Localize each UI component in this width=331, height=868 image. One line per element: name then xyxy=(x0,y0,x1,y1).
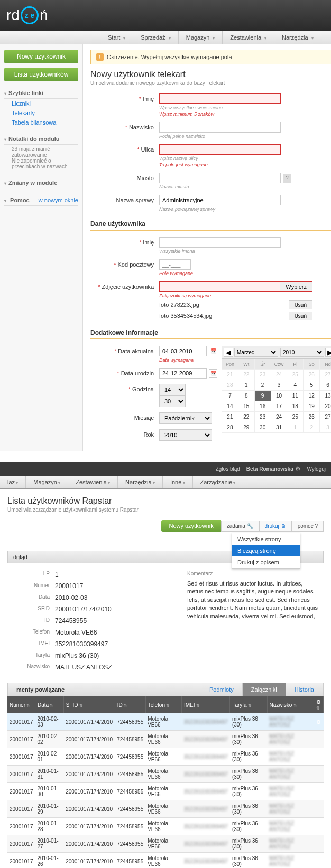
sidebar-link[interactable]: Telekarty xyxy=(4,108,78,118)
cal-day[interactable]: 23 xyxy=(255,412,271,422)
file-input[interactable]: Wybierz xyxy=(159,281,312,292)
cal-day[interactable]: 21 xyxy=(222,370,238,380)
cal-day[interactable]: 31 xyxy=(271,422,288,433)
logout-link[interactable]: Wyloguj xyxy=(307,466,326,472)
hour-select[interactable]: 14 xyxy=(159,384,186,395)
row-gear[interactable] xyxy=(314,731,324,748)
cal-day[interactable]: 21 xyxy=(222,412,238,422)
quick-links-header[interactable]: Szybkie linki xyxy=(4,88,78,99)
help-icon[interactable]: ? xyxy=(283,174,291,183)
nav-item[interactable]: Start xyxy=(100,31,133,44)
tab-historia[interactable]: Historia xyxy=(286,683,323,696)
zip-input[interactable] xyxy=(159,259,191,270)
nav-item[interactable]: Zestawienia xyxy=(68,476,118,488)
cal-day[interactable]: 25 xyxy=(287,412,304,422)
table-row[interactable]: 200010172010-02-0220001017/174/201072445… xyxy=(7,731,324,748)
new-user-button-2[interactable]: Nowy użytkownik xyxy=(161,520,220,532)
row-gear[interactable] xyxy=(314,748,324,766)
cal-day[interactable]: 18 xyxy=(287,401,304,412)
calendar-icon[interactable]: 📅 xyxy=(209,369,217,378)
cal-day[interactable]: 28 xyxy=(222,380,238,391)
cal-day[interactable]: 23 xyxy=(255,370,271,380)
cal-day[interactable]: 2 xyxy=(304,422,320,433)
cal-day[interactable]: 22 xyxy=(238,412,255,422)
lname-input[interactable] xyxy=(159,122,281,133)
cal-day[interactable]: 26 xyxy=(304,370,320,380)
cal-day[interactable]: 27 xyxy=(320,370,331,380)
cal-day[interactable]: 25 xyxy=(287,370,304,380)
tab-podmioty[interactable]: Podmioty xyxy=(201,683,243,696)
cal-day[interactable]: 30 xyxy=(255,422,271,433)
user-list-button[interactable]: Lista użytkowników xyxy=(4,68,78,81)
cal-day[interactable]: 12 xyxy=(304,391,320,401)
cal-day[interactable]: 5 xyxy=(304,380,320,391)
fname-input[interactable] xyxy=(159,93,281,104)
changes-header[interactable]: Zmiany w module xyxy=(4,177,78,188)
new-user-button[interactable]: Nowy użytkownik xyxy=(4,50,78,63)
table-row[interactable]: 200010172010-01-2820001017/174/201072445… xyxy=(7,818,324,835)
cal-next-button[interactable]: ▶ xyxy=(325,348,331,357)
cal-day[interactable]: 20 xyxy=(320,401,331,412)
nav-item[interactable]: Narzędzia xyxy=(118,476,163,488)
cal-day[interactable]: 11 xyxy=(287,391,304,401)
row-gear[interactable] xyxy=(314,766,324,783)
row-gear[interactable] xyxy=(314,835,324,853)
help-link[interactable]: w nowym oknie xyxy=(39,197,78,203)
file-remove-button[interactable]: Usuń xyxy=(289,300,312,309)
date-curr-input[interactable] xyxy=(159,346,207,356)
table-row[interactable]: 200010172010-01-2920001017/174/201072445… xyxy=(7,800,324,818)
cal-day[interactable]: 17 xyxy=(271,401,288,412)
col-header[interactable]: IMEI xyxy=(182,696,230,713)
table-row[interactable]: 200010172010-01-2720001017/174/201072445… xyxy=(7,835,324,853)
table-row[interactable]: 200010172010-01-2620001017/174/201072445… xyxy=(7,853,324,869)
nav-item[interactable]: Zestawienia xyxy=(223,31,274,44)
dd-desc[interactable]: Drukuj z opisem xyxy=(232,556,300,568)
col-header[interactable]: ID xyxy=(115,696,145,713)
gear-icon[interactable]: ⚙ xyxy=(314,696,324,713)
calendar-icon[interactable]: 📅 xyxy=(209,347,217,355)
help-header[interactable]: Pomoc w nowym oknie xyxy=(4,195,78,206)
cal-day[interactable]: 29 xyxy=(238,422,255,433)
cal-day[interactable]: 13 xyxy=(320,391,331,401)
cal-day[interactable]: 28 xyxy=(222,422,238,433)
cal-day[interactable]: 9 xyxy=(255,391,271,401)
col-header[interactable]: SFID xyxy=(63,696,115,713)
sidebar-link[interactable]: Tabela bilansowa xyxy=(4,118,78,127)
cal-day[interactable]: 4 xyxy=(287,380,304,391)
cal-day[interactable]: 19 xyxy=(304,401,320,412)
case-input[interactable] xyxy=(159,195,281,205)
cal-day[interactable]: 14 xyxy=(222,401,238,412)
cal-day[interactable]: 27 xyxy=(320,412,331,422)
table-row[interactable]: 200010172010-01-3020001017/174/201072445… xyxy=(7,783,324,800)
col-header[interactable]: Taryfa xyxy=(230,696,267,713)
cal-day[interactable]: 3 xyxy=(320,422,331,433)
cal-month-select[interactable]: Marzec xyxy=(234,348,278,357)
col-header[interactable]: Numer xyxy=(7,696,35,713)
col-header[interactable]: Telefon xyxy=(145,696,181,713)
nav-item[interactable]: laż xyxy=(0,476,26,488)
cal-day[interactable]: 6 xyxy=(320,380,331,391)
print-tab[interactable]: drukuj 🗎 xyxy=(259,521,292,532)
month-select[interactable]: Październik xyxy=(159,412,212,424)
dd-current[interactable]: Bieżącą stronę xyxy=(232,545,300,556)
cal-day[interactable]: 15 xyxy=(238,401,255,412)
table-row[interactable]: 200010172010-02-0120001017/174/201072445… xyxy=(7,748,324,766)
cal-day[interactable]: 24 xyxy=(271,370,288,380)
table-row[interactable]: 200010172010-01-3120001017/174/201072445… xyxy=(7,766,324,783)
nav-item[interactable]: Magazyn xyxy=(26,476,68,488)
cal-day[interactable]: 7 xyxy=(222,391,238,401)
help-tab[interactable]: pomoc ? xyxy=(292,521,324,532)
cal-day[interactable]: 1 xyxy=(238,380,255,391)
date-birth-input[interactable] xyxy=(159,368,207,379)
dd-all[interactable]: Wszystkie strony xyxy=(232,533,300,545)
cal-day[interactable]: 3 xyxy=(271,380,288,391)
col-header[interactable]: Nazwisko xyxy=(267,696,314,713)
nav-item[interactable]: Inne xyxy=(163,476,193,488)
table-row[interactable]: 200010172010-02-0320001017/174/201072445… xyxy=(7,713,324,731)
row-gear[interactable] xyxy=(314,818,324,835)
col-header[interactable]: Data xyxy=(35,696,64,713)
row-gear[interactable]: ⚙ xyxy=(314,713,324,731)
tasks-tab[interactable]: zadania 🔧 xyxy=(221,521,259,532)
row-gear[interactable] xyxy=(314,783,324,800)
cal-day[interactable]: 24 xyxy=(271,412,288,422)
